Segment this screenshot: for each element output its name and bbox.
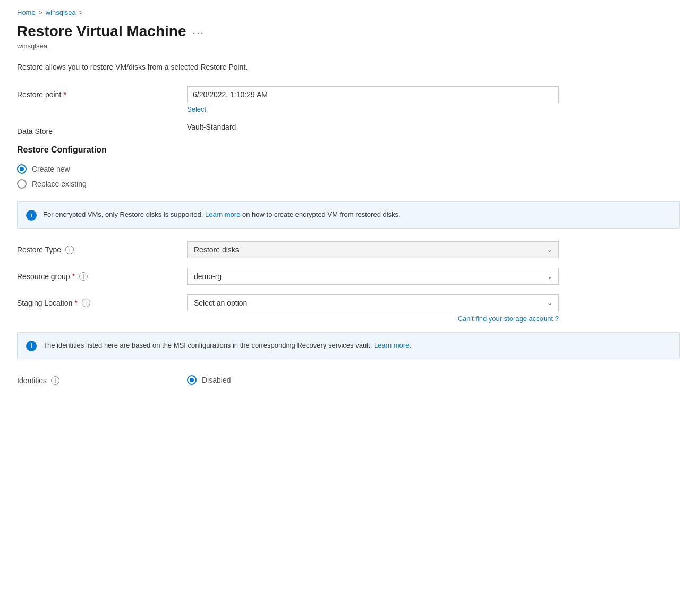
page-header: Restore Virtual Machine ··· (17, 23, 680, 40)
staging-location-select-wrapper: Select an option ⌄ (187, 294, 559, 311)
breadcrumb-sep1: > (39, 9, 42, 16)
staging-location-label: Staging Location * i (17, 294, 187, 307)
data-store-row: Data Store Vault-Standard (17, 123, 680, 136)
page-subtitle: winsqlsea (17, 42, 680, 50)
data-store-value: Vault-Standard (187, 123, 680, 131)
restore-configuration-section: Restore Configuration Create new Replace… (17, 145, 680, 189)
breadcrumb-machine[interactable]: winsqlsea (46, 9, 76, 16)
info-text-2-before: The identities listed here are based on … (43, 341, 372, 349)
restore-point-row: Restore point * Select (17, 86, 680, 113)
restore-type-info-icon[interactable]: i (65, 246, 74, 254)
restore-configuration-title: Restore Configuration (17, 145, 680, 155)
staging-location-info-icon[interactable]: i (82, 299, 90, 307)
info-learn-more-link[interactable]: Learn more (205, 210, 240, 218)
breadcrumb-sep2: > (79, 9, 83, 16)
restore-type-label: Restore Type i (17, 241, 187, 254)
info-icon-1: i (26, 210, 37, 221)
restore-point-select-link[interactable]: Select (187, 105, 680, 113)
restore-point-input[interactable] (187, 86, 559, 103)
identities-row: Identities i Disabled (17, 372, 680, 385)
info-learn-more-link-2[interactable]: Learn more. (374, 341, 411, 349)
resource-group-select-wrapper: demo-rg ⌄ (187, 268, 559, 285)
info-text-identities: The identities listed here are based on … (43, 340, 411, 351)
identities-disabled-label: Disabled (202, 376, 231, 384)
staging-location-control: Select an option ⌄ Can't find your stora… (187, 294, 680, 323)
restore-type-select-wrapper: Restore disks ⌄ (187, 241, 559, 258)
staging-location-select[interactable]: Select an option (187, 294, 559, 311)
breadcrumb: Home > winsqlsea > (17, 9, 680, 16)
resource-group-required: * (72, 272, 75, 281)
replace-existing-radio[interactable] (17, 179, 27, 189)
page-description: Restore allows you to restore VM/disks f… (17, 63, 680, 71)
restore-configuration-radio-group: Create new Replace existing (17, 164, 680, 189)
ellipsis-menu-icon[interactable]: ··· (192, 27, 205, 39)
staging-location-row: Staging Location * i Select an option ⌄ … (17, 294, 680, 323)
info-icon-2: i (26, 341, 37, 351)
page-title: Restore Virtual Machine (17, 23, 186, 40)
staging-location-required: * (74, 299, 77, 307)
storage-account-help-link[interactable]: Can't find your storage account ? (187, 315, 559, 323)
required-star: * (63, 90, 66, 99)
info-text-encrypted: For encrypted VMs, only Restore disks is… (43, 209, 401, 220)
identities-disabled-option[interactable]: Disabled (187, 372, 680, 385)
replace-existing-label: Replace existing (32, 180, 87, 188)
resource-group-control: demo-rg ⌄ (187, 268, 680, 285)
create-new-option[interactable]: Create new (17, 164, 680, 174)
data-store-static: Vault-Standard (187, 119, 236, 131)
data-store-label: Data Store (17, 123, 187, 136)
restore-point-control: Select (187, 86, 680, 113)
identities-control: Disabled (187, 372, 680, 385)
info-banner-encrypted: i For encrypted VMs, only Restore disks … (17, 201, 680, 229)
create-new-radio[interactable] (17, 164, 27, 174)
info-text-before: For encrypted VMs, only Restore disks is… (43, 210, 203, 218)
restore-type-select[interactable]: Restore disks (187, 241, 559, 258)
resource-group-info-icon[interactable]: i (79, 272, 88, 281)
resource-group-row: Resource group * i demo-rg ⌄ (17, 268, 680, 285)
create-new-label: Create new (32, 165, 70, 173)
restore-type-control: Restore disks ⌄ (187, 241, 680, 258)
breadcrumb-home[interactable]: Home (17, 9, 36, 16)
resource-group-select[interactable]: demo-rg (187, 268, 559, 285)
identities-disabled-radio[interactable] (187, 375, 197, 385)
identities-label: Identities i (17, 372, 187, 385)
identities-info-icon[interactable]: i (51, 376, 60, 385)
replace-existing-option[interactable]: Replace existing (17, 179, 680, 189)
restore-point-label: Restore point * (17, 86, 187, 99)
resource-group-label: Resource group * i (17, 268, 187, 281)
restore-type-row: Restore Type i Restore disks ⌄ (17, 241, 680, 258)
info-banner-identities: i The identities listed here are based o… (17, 332, 680, 359)
info-text-after: on how to create encrypted VM from resto… (242, 210, 401, 218)
